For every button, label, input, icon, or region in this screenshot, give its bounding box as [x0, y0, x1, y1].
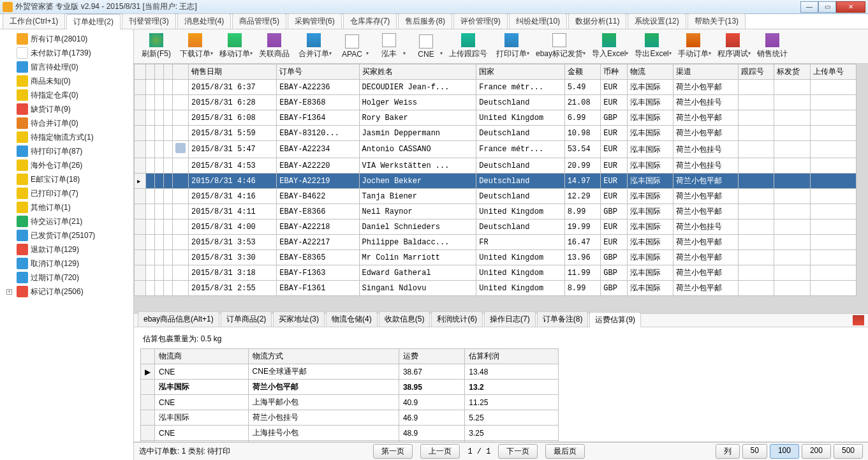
grid-column-header[interactable]: 国家 [476, 64, 564, 80]
grid-column-header[interactable]: 标发货 [774, 64, 811, 80]
toolbar-button[interactable]: 手动订单▾ [674, 31, 712, 62]
sidebar-item[interactable]: 商品未知(0) [0, 74, 133, 88]
expand-icon[interactable]: + [6, 289, 12, 295]
close-button[interactable]: ✕ [836, 1, 865, 13]
order-row[interactable]: 2015/8/31 4:16EBAY-B4622Tanja BienerDeut… [135, 189, 857, 204]
main-tab[interactable]: 订单处理(2) [66, 14, 121, 29]
sidebar-item[interactable]: 所有订单(28010) [0, 32, 133, 46]
next-page-button[interactable]: 下一页 [498, 444, 538, 459]
detail-tab[interactable]: 订单商品(2) [221, 311, 272, 327]
ship-row[interactable]: 泓丰国际荷兰小包挂号46.95.25 [141, 410, 559, 426]
order-row[interactable]: 2015/8/31 2:55EBAY-F1361Singani NdlovuUn… [135, 281, 857, 296]
last-page-button[interactable]: 最后页 [545, 444, 585, 459]
minimize-button[interactable]: — [800, 1, 818, 13]
order-row[interactable]: 2015/8/31 3:18EBAY-F1363Edward GatheralU… [135, 265, 857, 281]
ship-row[interactable]: CNE上海挂号小包48.93.25 [141, 426, 559, 441]
toolbar-button[interactable]: APAC▾ [334, 31, 370, 62]
page-size-button[interactable]: 200 [802, 444, 831, 459]
page-size-button[interactable]: 100 [770, 444, 799, 459]
grid-column-header[interactable]: 渠道 [673, 64, 738, 80]
toolbar-button[interactable]: ebay标记发货▾ [532, 31, 587, 62]
ship-row[interactable]: ▶CNECNE全球通平邮38.6713.48 [141, 364, 559, 380]
grid-column-header[interactable]: 买家姓名 [359, 64, 476, 80]
page-size-label-button[interactable]: 列 [716, 444, 740, 459]
toolbar-button[interactable]: 导入Excel▾ [588, 31, 629, 62]
shipping-estimate-table[interactable]: 物流商物流方式运费估算利润▶CNECNE全球通平邮38.6713.48泓丰国际荷… [140, 348, 559, 442]
sidebar-item[interactable]: 其他订单(1) [0, 200, 133, 214]
order-row[interactable]: 2015/8/31 4:11EBAY-E8366Neil RaynorUnite… [135, 204, 857, 219]
grid-column-header[interactable]: 物流 [627, 64, 673, 80]
order-row[interactable]: 2015/8/31 5:59EBAY-83120...Jasmin Depper… [135, 126, 857, 141]
sidebar-item[interactable]: 留言待处理(0) [0, 60, 133, 74]
sidebar-item[interactable]: 缺货订单(9) [0, 102, 133, 116]
grid-column-header[interactable]: 跟踪号 [738, 64, 774, 80]
notebook-icon[interactable] [853, 315, 864, 325]
toolbar-button[interactable]: 刷新(F5) [138, 31, 175, 62]
grid-column-header[interactable]: 订单号 [277, 64, 359, 80]
main-tab[interactable]: 系统设置(12) [628, 13, 686, 29]
main-tab[interactable]: 工作台(Ctrl+1) [3, 13, 65, 29]
grid-column-header[interactable]: 金额 [564, 64, 601, 80]
order-row[interactable]: 2015/8/31 6:08EBAY-F1364Rory BakerUnited… [135, 110, 857, 126]
main-tab[interactable]: 消息处理(4) [177, 13, 232, 29]
toolbar-button[interactable]: 合并订单▾ [295, 31, 333, 62]
order-category-tree[interactable]: 所有订单(28010)未付款订单(1739)留言待处理(0)商品未知(0)待指定… [0, 29, 134, 460]
ship-column-header[interactable]: 估算利润 [465, 349, 559, 364]
order-grid[interactable]: 销售日期订单号买家姓名国家金额币种物流渠道跟踪号标发货上传单号2015/8/31… [134, 64, 857, 296]
order-row[interactable]: 2015/8/31 3:30EBAY-E8365Mr Colin Marriot… [135, 250, 857, 265]
toolbar-button[interactable]: 泓丰▾ [371, 31, 407, 62]
main-tab[interactable]: 数据分析(11) [568, 13, 626, 29]
ship-column-header[interactable]: 物流商 [155, 349, 249, 364]
ship-column-header[interactable]: 运费 [399, 349, 464, 364]
grid-column-header[interactable]: 上传单号 [811, 64, 857, 80]
maximize-button[interactable]: ▭ [818, 1, 836, 13]
sidebar-item[interactable]: 待指定物流方式(1) [0, 130, 133, 144]
main-tab[interactable]: 商品管理(5) [232, 13, 286, 29]
order-row[interactable]: 2015/8/31 5:47EBAY-A22234Antonio CASSANO… [135, 141, 857, 158]
sidebar-item[interactable]: 过期订单(720) [0, 271, 133, 285]
order-row[interactable]: 2015/8/31 3:53EBAY-A22217Philippe Baldac… [135, 235, 857, 250]
order-row[interactable]: 2015/8/31 4:00EBAY-A22218Daniel Schniede… [135, 219, 857, 235]
order-row[interactable]: 2015/8/31 6:28EBAY-E8368Holger WeissDeut… [135, 95, 857, 110]
main-tab[interactable]: 采购管理(6) [288, 13, 342, 29]
toolbar-button[interactable]: 关联商品 [255, 31, 293, 62]
order-grid-scroll[interactable]: 销售日期订单号买家姓名国家金额币种物流渠道跟踪号标发货上传单号2015/8/31… [134, 64, 868, 313]
toolbar-button[interactable]: 移动订单▾ [216, 31, 254, 62]
order-row[interactable]: 2015/8/31 4:46EBAY-A22219Jochen BekkerDe… [135, 174, 857, 189]
detail-tab[interactable]: 利润统计(6) [431, 311, 483, 327]
sidebar-item[interactable]: 待打印订单(87) [0, 144, 133, 158]
grid-column-header[interactable]: 销售日期 [189, 64, 277, 80]
main-tab[interactable]: 仓库库存(7) [343, 13, 397, 29]
sidebar-item[interactable]: 已发货订单(25107) [0, 228, 133, 242]
ship-column-header[interactable]: 物流方式 [248, 349, 399, 364]
first-page-button[interactable]: 第一页 [373, 444, 413, 459]
ship-row[interactable]: 泓丰国际荷兰小包平邮38.9513.2 [141, 380, 559, 395]
order-row[interactable]: 2015/8/31 4:53EBAY-A22220VIA Werkstätten… [135, 158, 857, 174]
main-tab[interactable]: 评价管理(9) [453, 13, 508, 29]
main-tab[interactable]: 帮助关于(13) [688, 13, 746, 29]
sidebar-item[interactable]: 待合并订单(0) [0, 116, 133, 130]
sidebar-item[interactable]: 海外仓订单(26) [0, 158, 133, 172]
toolbar-button[interactable]: 销售统计 [753, 31, 791, 62]
sidebar-item[interactable]: 取消订单(129) [0, 256, 133, 271]
toolbar-button[interactable]: 程序调试▾ [714, 31, 752, 62]
toolbar-button[interactable]: 导出Excel▾ [631, 31, 672, 62]
sidebar-item[interactable]: 退款订单(129) [0, 242, 133, 256]
sidebar-item[interactable]: 待交运订单(21) [0, 214, 133, 228]
detail-tab[interactable]: 操作日志(7) [484, 311, 536, 327]
detail-tab[interactable]: 收款信息(5) [379, 311, 430, 327]
sidebar-item[interactable]: 已打印订单(7) [0, 186, 133, 200]
page-size-button[interactable]: 500 [834, 444, 863, 459]
sidebar-item[interactable]: 未付款订单(1739) [0, 46, 133, 60]
toolbar-button[interactable]: 打印订单▾ [492, 31, 531, 62]
toolbar-button[interactable]: 上传跟踪号 [445, 31, 491, 62]
main-tab[interactable]: 纠纷处理(10) [509, 13, 567, 29]
prev-page-button[interactable]: 上一页 [420, 444, 460, 459]
toolbar-button[interactable]: CNE▾ [408, 31, 444, 62]
detail-tab[interactable]: ebay商品信息(Alt+1) [138, 311, 219, 327]
toolbar-button[interactable]: 下载订单▾ [176, 31, 214, 62]
main-tab[interactable]: 刊登管理(3) [122, 13, 176, 29]
order-row[interactable]: 2015/8/31 6:37EBAY-A22236DECOUDIER Jean-… [135, 80, 857, 95]
sidebar-item[interactable]: 待指定仓库(0) [0, 88, 133, 102]
grid-column-header[interactable]: 币种 [601, 64, 628, 80]
